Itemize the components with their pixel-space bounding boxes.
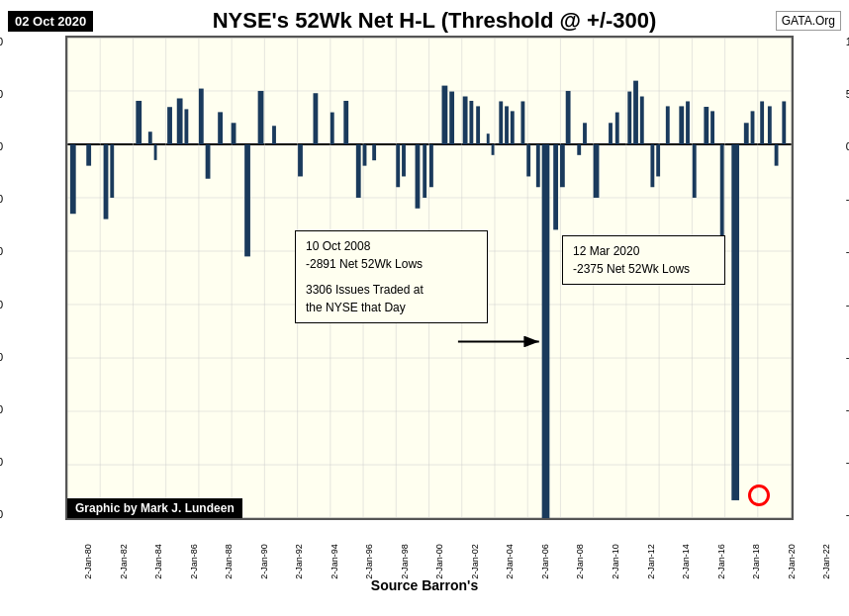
- svg-rect-71: [511, 111, 515, 144]
- svg-rect-52: [330, 113, 334, 144]
- svg-rect-55: [363, 144, 367, 166]
- chart-header: 02 Oct 2020 NYSE's 52Wk Net H-L (Thresho…: [8, 8, 841, 34]
- svg-rect-67: [487, 133, 490, 144]
- svg-rect-65: [469, 101, 473, 144]
- svg-rect-82: [609, 123, 613, 144]
- svg-rect-69: [499, 101, 503, 144]
- ann1-title: 10 Oct 2008: [306, 237, 477, 255]
- svg-rect-35: [104, 144, 109, 220]
- svg-rect-48: [258, 91, 264, 144]
- svg-rect-78: [566, 91, 571, 144]
- y-axis-right: 1,000 500 0 -500 -1,000 -1,500 -2,000 -2…: [842, 36, 849, 520]
- svg-rect-102: [782, 101, 786, 144]
- svg-rect-49: [272, 126, 276, 144]
- svg-rect-60: [423, 144, 426, 198]
- svg-rect-96: [731, 144, 739, 500]
- svg-rect-46: [232, 123, 236, 144]
- svg-rect-57: [396, 144, 400, 187]
- chart-container: 02 Oct 2020 NYSE's 52Wk Net H-L (Thresho…: [0, 0, 849, 616]
- svg-rect-42: [184, 109, 188, 144]
- svg-rect-56: [372, 144, 376, 160]
- svg-rect-45: [218, 112, 223, 144]
- svg-rect-85: [633, 81, 638, 144]
- date-badge: 02 Oct 2020: [8, 11, 93, 32]
- svg-rect-98: [751, 111, 755, 144]
- svg-rect-81: [594, 144, 600, 198]
- svg-rect-66: [476, 106, 480, 144]
- x-axis-labels: 2-Jan-80 2-Jan-82 2-Jan-84 2-Jan-86 2-Ja…: [65, 557, 794, 572]
- svg-rect-51: [313, 93, 318, 144]
- svg-rect-38: [148, 132, 152, 144]
- ann1-line1: -2891 Net 52Wk Lows: [306, 255, 477, 273]
- credit-box: Graphic by Mark J. Lundeen: [67, 498, 242, 518]
- svg-rect-58: [402, 144, 406, 176]
- svg-rect-77: [560, 144, 565, 187]
- svg-rect-39: [154, 144, 157, 160]
- circle-marker-2020: [748, 484, 770, 506]
- svg-rect-73: [526, 144, 530, 176]
- annotation-2008: 10 Oct 2008 -2891 Net 52Wk Lows 3306 Iss…: [295, 230, 488, 323]
- svg-rect-89: [666, 106, 670, 144]
- chart-area: .grid { stroke: #ccc; stroke-width: 0.5;…: [65, 36, 794, 520]
- svg-rect-92: [693, 144, 697, 198]
- ann2-title: 12 Mar 2020: [573, 242, 714, 260]
- svg-rect-53: [343, 101, 348, 144]
- svg-rect-40: [167, 107, 172, 144]
- svg-rect-84: [627, 92, 631, 144]
- svg-rect-33: [70, 144, 76, 214]
- svg-rect-90: [679, 106, 684, 144]
- gata-badge: GATA.Org: [776, 11, 841, 31]
- svg-rect-99: [760, 101, 764, 144]
- ann2-line1: -2375 Net 52Wk Lows: [573, 260, 714, 278]
- svg-rect-76: [553, 144, 558, 229]
- svg-rect-100: [768, 106, 772, 144]
- svg-rect-94: [710, 111, 714, 144]
- svg-rect-91: [686, 101, 690, 144]
- svg-rect-50: [298, 144, 303, 176]
- svg-rect-93: [704, 107, 708, 144]
- svg-rect-70: [505, 106, 509, 144]
- svg-rect-68: [492, 144, 495, 155]
- svg-rect-87: [650, 144, 654, 187]
- svg-rect-54: [356, 144, 361, 198]
- svg-rect-75: [542, 144, 550, 518]
- svg-rect-62: [442, 86, 448, 144]
- svg-rect-37: [136, 101, 142, 144]
- svg-rect-86: [640, 97, 644, 145]
- svg-rect-59: [416, 144, 421, 209]
- ann1-line4: the NYSE that Day: [306, 299, 477, 316]
- svg-rect-74: [536, 144, 540, 187]
- chart-title: NYSE's 52Wk Net H-L (Threshold @ +/-300): [93, 8, 775, 34]
- svg-rect-61: [429, 144, 433, 187]
- svg-rect-36: [110, 144, 114, 198]
- svg-rect-80: [583, 123, 587, 144]
- svg-rect-34: [86, 144, 91, 166]
- svg-rect-88: [656, 144, 660, 176]
- ann1-line3: 3306 Issues Traded at: [306, 281, 477, 299]
- annotation-2020: 12 Mar 2020 -2375 Net 52Wk Lows: [562, 235, 725, 285]
- svg-rect-79: [577, 144, 581, 155]
- svg-rect-64: [463, 97, 468, 145]
- svg-rect-72: [520, 101, 524, 144]
- svg-rect-43: [199, 89, 204, 144]
- svg-rect-83: [615, 113, 619, 144]
- svg-rect-97: [744, 123, 749, 144]
- y-axis-left: 1,000 500 0 -500 -1,000 -1,500 -2,000 -2…: [0, 36, 7, 520]
- svg-rect-101: [775, 144, 779, 166]
- source-label: Source Barron's: [8, 577, 841, 593]
- svg-rect-63: [449, 92, 454, 144]
- svg-rect-44: [206, 144, 211, 179]
- svg-rect-41: [177, 98, 183, 144]
- svg-rect-47: [244, 144, 250, 256]
